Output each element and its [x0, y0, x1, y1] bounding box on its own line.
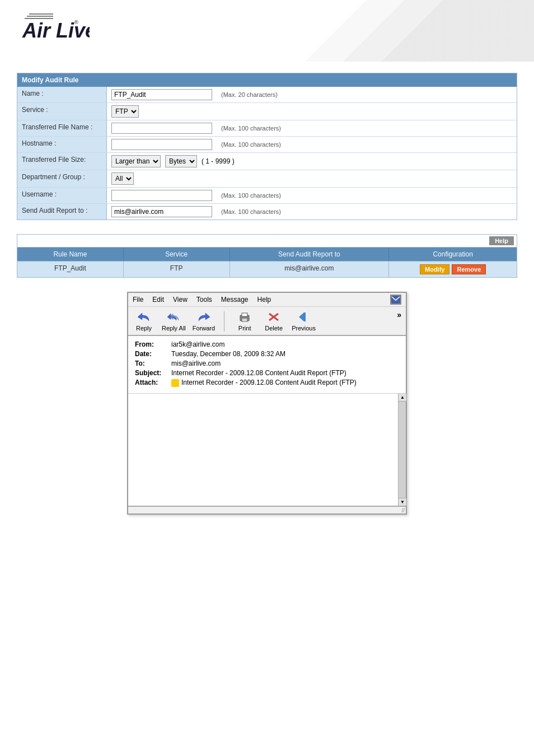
date-row: Date: Tuesday, December 08, 2009 8:32 AM [135, 350, 399, 358]
main-content: Modify Audit Rule Name : (Max. 20 charac… [0, 62, 534, 526]
label-service: Service : [17, 103, 107, 120]
col-send-report: Send Audit Report to [230, 248, 390, 261]
to-label: To: [135, 360, 171, 367]
email-window: File Edit View Tools Message Help [127, 292, 407, 515]
subject-value: Internet Recorder - 2009.12.08 Content A… [171, 369, 346, 377]
from-row: From: iar5k@airlive.com [135, 340, 399, 348]
reply-all-icon [166, 310, 181, 324]
attach-row: Attach: Internet Recorder - 2009.12.08 C… [135, 379, 399, 387]
audit-row-service: Service : FTP [17, 103, 517, 120]
filesize-comparison-select[interactable]: Larger than [111, 155, 161, 167]
modify-button[interactable]: Modify [420, 264, 449, 274]
reportto-input[interactable] [111, 206, 212, 217]
name-input[interactable] [111, 89, 212, 100]
label-reportto: Send Audit Report to : [17, 204, 107, 220]
print-svg [237, 311, 252, 323]
forward-button[interactable]: Forward [193, 310, 215, 332]
date-value: Tuesday, December 08, 2009 8:32 AM [171, 350, 285, 358]
delete-label: Delete [265, 325, 283, 332]
rules-header: Rule Name Service Send Audit Report to C… [17, 248, 517, 261]
filesize-unit-select[interactable]: Bytes KB MB [165, 155, 197, 167]
reply-button[interactable]: Reply [133, 310, 155, 332]
more-button[interactable]: » [397, 310, 401, 319]
reply-all-button[interactable]: Reply All [162, 310, 186, 332]
window-icon [390, 295, 401, 305]
svg-rect-14 [304, 312, 306, 321]
svg-text:®: ® [74, 20, 78, 25]
airlive-logo: Air Live ® [11, 8, 90, 48]
email-footer: // [128, 506, 406, 514]
print-button[interactable]: Print [233, 310, 256, 332]
attach-file-icon [171, 379, 179, 387]
label-filesize: Transferred File Size: [17, 153, 107, 170]
filename-hint: (Max. 100 characters) [221, 125, 281, 132]
email-icon [391, 296, 400, 304]
value-service: FTP [107, 103, 517, 120]
reply-label: Reply [136, 325, 152, 332]
value-name: (Max. 20 characters) [107, 87, 517, 102]
svg-rect-10 [242, 320, 247, 320]
table-row: FTP_Audit FTP mis@airlive.com Modify Rem… [17, 261, 517, 277]
cell-service: FTP [124, 262, 230, 277]
reply-all-label: Reply All [162, 325, 186, 332]
forward-icon [196, 310, 212, 324]
menu-file[interactable]: File [133, 296, 143, 304]
hostname-hint: (Max. 100 characters) [221, 141, 281, 148]
menu-tools[interactable]: Tools [196, 296, 212, 304]
svg-rect-9 [242, 319, 247, 319]
col-service: Service [124, 248, 230, 261]
forward-label: Forward [193, 325, 215, 332]
rules-section: Help Rule Name Service Send Audit Report… [17, 234, 517, 278]
col-configuration: Configuration [389, 248, 517, 261]
menu-view[interactable]: View [173, 296, 188, 304]
label-filename: Transferred File Name : [17, 120, 107, 136]
email-body-area: ▲ ▼ [128, 394, 406, 506]
value-hostname: (Max. 100 characters) [107, 137, 517, 152]
menu-message[interactable]: Message [221, 296, 249, 304]
remove-button[interactable]: Remove [452, 264, 486, 274]
value-reportto: (Max. 100 characters) [107, 204, 517, 220]
menu-help[interactable]: Help [257, 296, 271, 304]
cell-rule-name: FTP_Audit [17, 262, 124, 277]
audit-row-name: Name : (Max. 20 characters) [17, 87, 517, 103]
previous-button[interactable]: Previous [292, 310, 316, 332]
email-toolbar: Reply Reply All Forwa [128, 307, 406, 336]
header-decoration [214, 0, 534, 62]
audit-row-reportto: Send Audit Report to : (Max. 100 charact… [17, 204, 517, 220]
col-rule-name: Rule Name [17, 248, 124, 261]
scrollbar-down[interactable]: ▼ [399, 498, 406, 506]
email-scrollbar[interactable]: ▲ ▼ [398, 394, 406, 506]
filename-input[interactable] [111, 123, 212, 134]
logo-area: Air Live ® [11, 8, 90, 49]
delete-button[interactable]: Delete [263, 310, 285, 332]
resize-handle: // [401, 507, 405, 514]
label-hostname: Hostname : [17, 137, 107, 152]
audit-row-username: Username : (Max. 100 characters) [17, 188, 517, 204]
department-select[interactable]: All [111, 172, 134, 185]
reportto-hint: (Max. 100 characters) [221, 208, 281, 215]
subject-row: Subject: Internet Recorder - 2009.12.08 … [135, 369, 399, 377]
scrollbar-up[interactable]: ▲ [399, 394, 406, 402]
from-value: iar5k@airlive.com [171, 340, 225, 348]
email-body-content [128, 394, 406, 506]
audit-row-hostname: Hostname : (Max. 100 characters) [17, 137, 517, 153]
service-select[interactable]: FTP [111, 105, 139, 118]
hostname-input[interactable] [111, 139, 212, 150]
help-button[interactable]: Help [489, 236, 514, 245]
username-hint: (Max. 100 characters) [221, 192, 281, 199]
svg-rect-5 [392, 296, 400, 303]
email-headers: From: iar5k@airlive.com Date: Tuesday, D… [128, 336, 406, 394]
svg-marker-13 [299, 312, 304, 321]
attach-label: Attach: [135, 379, 171, 387]
previous-label: Previous [292, 325, 316, 332]
reply-icon [136, 310, 152, 324]
value-username: (Max. 100 characters) [107, 188, 517, 203]
previous-svg [297, 311, 311, 323]
svg-text:Air Live: Air Live [22, 19, 90, 42]
username-input[interactable] [111, 190, 212, 201]
previous-icon [296, 310, 312, 324]
to-value: mis@airlive.com [171, 360, 221, 367]
menu-edit[interactable]: Edit [152, 296, 164, 304]
date-label: Date: [135, 350, 171, 358]
name-hint: (Max. 20 characters) [221, 91, 278, 98]
